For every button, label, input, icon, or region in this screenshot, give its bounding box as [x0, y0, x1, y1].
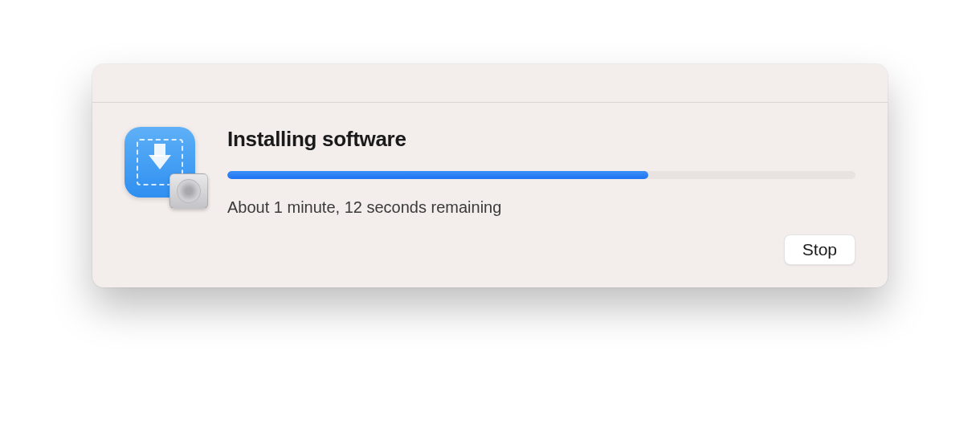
progress-bar [227, 171, 855, 179]
dialog-title: Installing software [227, 127, 855, 152]
installer-icon [125, 127, 205, 207]
button-row: Stop [227, 234, 855, 265]
hard-disk-icon [169, 173, 208, 209]
titlebar[interactable] [92, 64, 888, 103]
status-text: About 1 minute, 12 seconds remaining [227, 198, 855, 217]
progress-fill [227, 171, 648, 179]
install-dialog: Installing software About 1 minute, 12 s… [92, 64, 888, 287]
stop-button[interactable]: Stop [784, 234, 855, 265]
main-content: Installing software About 1 minute, 12 s… [227, 127, 855, 265]
dialog-content: Installing software About 1 minute, 12 s… [92, 103, 888, 287]
